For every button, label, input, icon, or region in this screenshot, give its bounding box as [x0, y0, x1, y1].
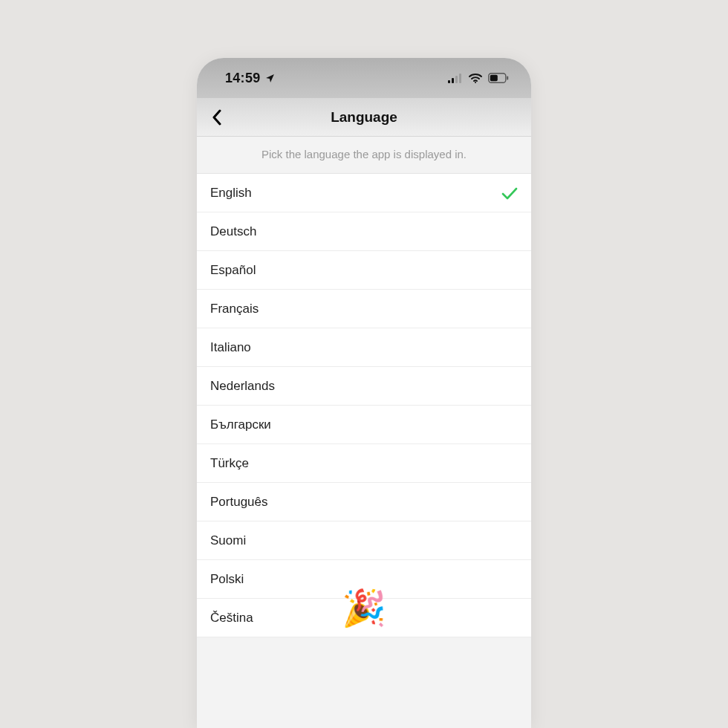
language-list: EnglishDeutschEspañolFrançaisItalianoNed… [197, 174, 531, 637]
language-label: Nederlands [210, 379, 275, 394]
language-label: Suomi [210, 533, 246, 548]
language-row[interactable]: Čeština [197, 599, 531, 637]
language-row[interactable]: Français [197, 290, 531, 328]
footer-space [197, 637, 531, 728]
status-bar: 14:59 [197, 58, 531, 98]
language-row[interactable]: Italiano [197, 328, 531, 367]
chevron-left-icon [212, 109, 222, 126]
wifi-icon [469, 74, 482, 83]
location-icon [265, 74, 275, 83]
language-label: Español [210, 263, 256, 278]
language-row[interactable]: English [197, 174, 531, 212]
svg-rect-6 [507, 77, 508, 80]
svg-rect-2 [455, 76, 458, 83]
language-label: Deutsch [210, 224, 256, 239]
language-label: Türkçe [210, 456, 249, 471]
language-row[interactable]: Deutsch [197, 212, 531, 251]
language-row[interactable]: Português [197, 483, 531, 521]
language-row[interactable]: Español [197, 251, 531, 290]
language-row[interactable]: Български [197, 406, 531, 444]
subheader-text: Pick the language the app is displayed i… [197, 137, 531, 174]
svg-point-4 [475, 82, 476, 83]
language-row[interactable]: Suomi [197, 521, 531, 560]
language-label: Čeština [210, 611, 253, 625]
status-left: 14:59 [225, 71, 275, 86]
language-label: Polski [210, 572, 244, 587]
battery-icon [488, 73, 509, 83]
checkmark-icon [501, 186, 518, 200]
nav-bar: Language [197, 98, 531, 137]
language-row[interactable]: Polski [197, 560, 531, 599]
language-row[interactable]: Türkçe [197, 444, 531, 483]
language-label: Italiano [210, 340, 251, 355]
language-label: Português [210, 495, 268, 510]
language-label: Français [210, 302, 259, 316]
cellular-icon [448, 74, 463, 83]
language-row[interactable]: Nederlands [197, 367, 531, 406]
svg-rect-1 [452, 78, 454, 83]
phone-frame: 14:59 [197, 58, 531, 728]
svg-rect-0 [448, 80, 450, 83]
svg-rect-7 [490, 75, 498, 81]
back-button[interactable] [204, 105, 230, 130]
svg-rect-3 [459, 74, 461, 83]
status-time: 14:59 [225, 71, 261, 86]
language-label: Български [210, 417, 271, 432]
page-title: Language [197, 109, 531, 126]
status-right [448, 73, 509, 83]
language-label: English [210, 186, 252, 201]
